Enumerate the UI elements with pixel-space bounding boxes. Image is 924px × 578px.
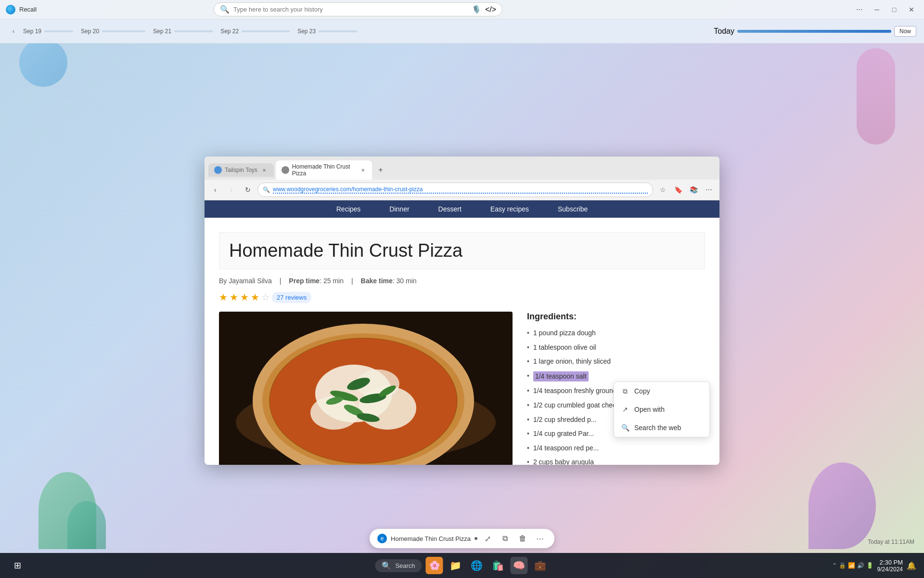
copy-icon: ⧉ — [621, 387, 629, 395]
taskbar-app-edge[interactable]: 🌐 — [468, 557, 486, 574]
more-floating-button[interactable]: ⋯ — [533, 532, 547, 545]
recipe-title: Homemade Thin Crust Pizza — [219, 232, 705, 269]
timeline-date-sep19: Sep 19 — [23, 28, 41, 35]
collections-button[interactable]: 📚 — [687, 183, 700, 197]
context-menu-copy[interactable]: ⧉ Copy — [614, 382, 709, 400]
address-bar[interactable]: 🔍 www.woodgrovegroceries.com/homemade-th… — [257, 183, 653, 197]
bookmark-button[interactable]: 🔖 — [671, 183, 685, 197]
ingredient-text-9: 1/4 teaspoon red pe... — [533, 444, 599, 453]
more-options-button[interactable]: ⋯ — [853, 3, 866, 16]
timeline-sep21[interactable]: Sep 21 — [149, 28, 217, 35]
now-button[interactable]: Now — [894, 26, 916, 37]
ingredient-3: • 1 large onion, thinly sliced — [527, 357, 705, 367]
timeline-today: Today Now — [714, 26, 916, 37]
bake-time-label: Bake time: 30 min — [361, 277, 417, 285]
tab-close-tailspin[interactable]: ✕ — [260, 166, 268, 174]
ingredient-4: • 1/4 teaspoon salt — [527, 371, 705, 382]
floating-bar-dot — [475, 537, 477, 540]
time-text: 2:30 PM — [877, 559, 903, 566]
bottom-timestamp: Today at 11:11AM — [868, 539, 914, 545]
nav-subscribe[interactable]: Subscribe — [558, 205, 588, 213]
bullet-3: • — [527, 357, 529, 367]
nav-dinner[interactable]: Dinner — [389, 205, 409, 213]
taskbar-search-text: Search — [395, 562, 415, 569]
url-text[interactable]: www.woodgrovegroceries.com/homemade-thin… — [273, 186, 648, 194]
timeline-date-sep22: Sep 22 — [220, 28, 239, 35]
forward-button: › — [225, 183, 238, 197]
toolbar-icons: ☆ 🔖 📚 ⋯ — [656, 183, 716, 197]
main-content: Tailspin Toys ✕ Homemade Thin Crust Pizz… — [0, 43, 924, 578]
start-button[interactable]: ⊞ — [8, 556, 27, 575]
new-tab-button[interactable]: + — [374, 163, 387, 177]
nav-easy-recipes[interactable]: Easy recipes — [490, 205, 529, 213]
taskbar-app-store[interactable]: 🛍️ — [489, 557, 507, 574]
browser-tab-tailspin[interactable]: Tailspin Toys ✕ — [208, 163, 274, 177]
timeline-sep22[interactable]: Sep 22 — [217, 28, 294, 35]
recipe-author: By Jayamali Silva — [219, 277, 272, 285]
timeline-segment-sep23 — [319, 30, 357, 32]
tab-close-pizza[interactable]: ✕ — [359, 166, 366, 174]
open-with-icon: ↗ — [621, 405, 629, 414]
tray-icon-1: ⌃ — [832, 562, 837, 569]
context-menu-open-with[interactable]: ↗ Open with — [614, 400, 709, 419]
browser-chrome: Tailspin Toys ✕ Homemade Thin Crust Pizz… — [205, 157, 719, 200]
ingredient-text-6: 1/2 cup crumbled goat cheese — [533, 401, 624, 410]
ingredient-9: • 1/4 teaspoon red pe... — [527, 444, 705, 453]
ingredients-title: Ingredients: — [527, 312, 705, 322]
timeline-sep19[interactable]: Sep 19 — [19, 28, 77, 35]
close-button[interactable]: ✕ — [905, 3, 918, 16]
ingredient-text-1: 1 pound pizza dough — [533, 328, 596, 338]
browser-tab-pizza[interactable]: Homemade Thin Crust Pizza ✕ — [276, 160, 372, 180]
taskbar-app-teams[interactable]: 💼 — [532, 557, 549, 574]
taskbar-app-recall[interactable]: 🧠 — [511, 557, 528, 574]
minimize-button[interactable]: ─ — [870, 3, 884, 16]
taskbar-app-folder[interactable]: 📁 — [447, 557, 464, 574]
recall-logo-icon — [6, 5, 15, 14]
nav-dessert[interactable]: Dessert — [438, 205, 462, 213]
more-button[interactable]: ⋯ — [702, 183, 716, 197]
history-search-input[interactable] — [233, 6, 468, 13]
timeline-sep23[interactable]: Sep 23 — [294, 28, 361, 35]
history-search-bar[interactable]: 🔍 🎙️ </> — [214, 2, 502, 16]
taskbar-search-bar[interactable]: 🔍 Search — [375, 559, 422, 572]
microphone-icon[interactable]: 🎙️ — [472, 5, 481, 14]
bullet-7: • — [527, 415, 529, 425]
back-button[interactable]: ‹ — [208, 183, 222, 197]
star-3: ★ — [240, 291, 249, 303]
bullet-8: • — [527, 429, 529, 439]
tab-title-pizza: Homemade Thin Crust Pizza — [292, 163, 357, 177]
timeline-back-button[interactable]: ‹ — [8, 26, 19, 37]
refresh-button[interactable]: ↻ — [241, 183, 255, 197]
favorites-button[interactable]: ☆ — [656, 183, 669, 197]
timeline-bar: ‹ Sep 19 Sep 20 Sep 21 Sep 22 Sep 23 Tod… — [0, 19, 924, 43]
floating-bar: e Homemade Thin Crust Pizza ⤢ ⧉ 🗑 ⋯ — [370, 529, 554, 548]
taskbar-search-icon: 🔍 — [382, 561, 391, 570]
copy-floating-button[interactable]: ⧉ — [499, 532, 512, 545]
notification-icon[interactable]: 🔔 — [907, 561, 916, 570]
review-count[interactable]: 27 reviews — [272, 292, 311, 303]
ingredient-text-8: 1/4 cup grated Par... — [533, 429, 594, 439]
nav-recipes[interactable]: Recipes — [336, 205, 361, 213]
prep-time-label: Prep time: 25 min — [289, 277, 344, 285]
tab-title-tailspin: Tailspin Toys — [225, 167, 257, 173]
title-bar-left: Recall — [6, 5, 37, 14]
bullet-9: • — [527, 444, 529, 453]
code-icon[interactable]: </> — [485, 5, 496, 14]
browser-tabs: Tailspin Toys ✕ Homemade Thin Crust Pizz… — [205, 157, 719, 180]
delete-button[interactable]: 🗑 — [516, 532, 529, 545]
context-menu: ⧉ Copy ↗ Open with 🔍 Search the web — [614, 381, 710, 437]
context-menu-search-web[interactable]: 🔍 Search the web — [614, 419, 709, 437]
taskbar-time[interactable]: 2:30 PM 9/24/2024 — [877, 559, 903, 573]
star-5: ☆ — [261, 291, 270, 303]
meta-divider-1: | — [280, 277, 282, 285]
taskbar-app-files[interactable]: 🌸 — [426, 557, 443, 574]
search-web-icon: 🔍 — [621, 423, 629, 432]
timeline-sep20[interactable]: Sep 20 — [77, 28, 149, 35]
pizza-image — [219, 312, 513, 465]
app-title: Recall — [19, 6, 37, 13]
maximize-button[interactable]: □ — [887, 3, 901, 16]
taskbar-left: ⊞ — [8, 556, 27, 575]
page-content: Homemade Thin Crust Pizza By Jayamali Si… — [205, 218, 719, 465]
expand-button[interactable]: ⤢ — [481, 532, 495, 545]
rating-stars: ★ ★ ★ ★ ☆ 27 reviews — [219, 291, 705, 303]
